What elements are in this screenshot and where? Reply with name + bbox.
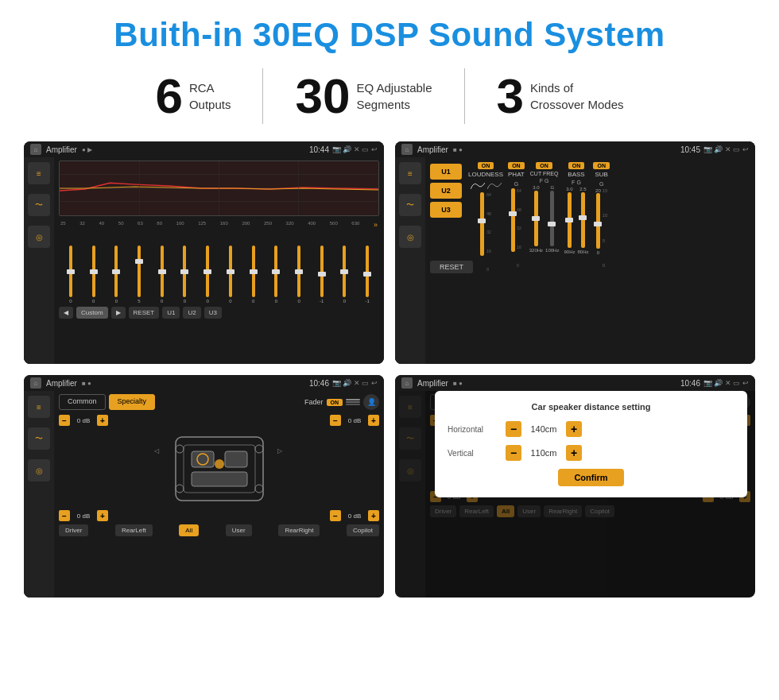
home-icon-cross[interactable]: ⌂ <box>401 144 413 155</box>
eq-sliders: 0 0 0 5 <box>59 232 379 304</box>
sub-g-label: G <box>599 181 603 187</box>
stat-rca: 6 RCAOutputs <box>123 72 262 121</box>
eq-svg <box>60 161 378 215</box>
fader-ctrl-1[interactable]: ≡ <box>28 396 50 418</box>
left-bot-minus[interactable]: − <box>59 510 70 521</box>
slider-8[interactable]: 0 <box>220 246 241 304</box>
eq-u1-btn[interactable]: U1 <box>162 307 180 319</box>
screen-crossover: ⌂ Amplifier ■ ● 10:45 📷 🔊 ✕ ▭ ↩ ≡ 〜 ◎ <box>395 141 755 364</box>
time-dialog: 10:46 <box>680 379 700 388</box>
vertical-plus-btn[interactable]: + <box>566 445 582 461</box>
app-label-eq: Amplifier <box>46 145 77 154</box>
slider-10[interactable]: 0 <box>265 246 286 304</box>
eq-u2-btn[interactable]: U2 <box>183 307 200 319</box>
right-bot-minus[interactable]: − <box>330 510 341 521</box>
time-fader: 10:46 <box>309 379 329 388</box>
fader-tabs: Common Specialty Fader ON 👤 <box>59 394 379 410</box>
stat-eq-number: 30 <box>295 72 350 121</box>
tab-common[interactable]: Common <box>59 394 106 410</box>
horizontal-plus-btn[interactable]: + <box>566 421 582 437</box>
eq-prev-btn[interactable]: ◀ <box>59 307 73 319</box>
copilot-btn[interactable]: Copilot <box>347 524 379 536</box>
eq-reset-btn[interactable]: RESET <box>129 307 160 319</box>
fader-on-badge[interactable]: ON <box>327 399 343 406</box>
slider-7[interactable]: 0 <box>197 246 218 304</box>
all-btn[interactable]: All <box>179 524 199 536</box>
left-top-plus[interactable]: + <box>97 415 108 426</box>
fader-person-icon[interactable]: 👤 <box>363 394 379 410</box>
rearright-btn[interactable]: RearRight <box>278 524 320 536</box>
right-top-plus[interactable]: + <box>368 415 379 426</box>
slider-4[interactable]: 5 <box>129 246 149 304</box>
horizontal-row: Horizontal − 140cm + <box>448 421 734 437</box>
slider-6[interactable]: 0 <box>175 246 196 304</box>
slider-14[interactable]: -1 <box>357 246 378 304</box>
left-top-minus[interactable]: − <box>59 415 70 426</box>
rearleft-btn[interactable]: RearLeft <box>115 524 153 536</box>
confirm-button[interactable]: Confirm <box>558 469 623 486</box>
eq-u3-btn[interactable]: U3 <box>204 307 222 319</box>
cutfreq-on[interactable]: ON <box>536 162 552 169</box>
vertical-value: 110cm <box>528 448 560 458</box>
slider-11[interactable]: 0 <box>289 246 309 304</box>
u2-preset[interactable]: U2 <box>430 183 462 199</box>
left-bot-plus[interactable]: + <box>97 510 108 521</box>
right-bot-plus[interactable]: + <box>368 510 379 521</box>
car-diagram-svg: ◁ ▷ <box>152 429 287 509</box>
home-icon-fader[interactable]: ⌂ <box>30 377 41 389</box>
eq-play-btn[interactable]: ▶ <box>111 307 126 319</box>
slider-2[interactable]: 0 <box>83 246 104 304</box>
fader-bottom-channels: − 0 dB + − 0 dB + <box>59 510 379 521</box>
home-icon[interactable]: ⌂ <box>30 144 41 155</box>
bass-on[interactable]: ON <box>568 162 585 169</box>
sub-label: SUB <box>595 171 608 178</box>
screenshots-grid: ⌂ Amplifier ● ▶ 10:44 📷 🔊 ✕ ▭ ↩ ≡ 〜 ◎ <box>24 141 755 598</box>
status-icons-fader: 📷 🔊 ✕ ▭ ↩ <box>332 379 378 387</box>
eq-freq-labels: 2532405063 80100125160200 25032040050063… <box>59 221 379 229</box>
left-top-val: 0 dB <box>72 417 95 424</box>
home-icon-dialog[interactable]: ⌂ <box>401 377 413 389</box>
right-top-minus[interactable]: − <box>330 415 341 426</box>
slider-3[interactable]: 0 <box>106 246 126 304</box>
fader-ctrl-3[interactable]: ◎ <box>28 459 50 481</box>
cross-ctrl-3[interactable]: ◎ <box>399 226 421 248</box>
right-bot-ctrl: − 0 dB + <box>330 510 379 521</box>
loudness-on[interactable]: ON <box>478 162 494 169</box>
slider-12[interactable]: -1 <box>312 246 332 304</box>
vertical-minus-btn[interactable]: − <box>506 445 521 461</box>
u1-preset[interactable]: U1 <box>430 164 462 180</box>
fader-content: ≡ 〜 ◎ Common Specialty Fader ON <box>24 391 384 598</box>
cross-reset-btn[interactable]: RESET <box>430 261 473 273</box>
phat-label: PHAT <box>508 171 525 178</box>
slider-1[interactable]: 0 <box>60 246 81 304</box>
slider-5[interactable]: 0 <box>152 246 172 304</box>
eq-ctrl-3[interactable]: ◎ <box>28 226 50 248</box>
driver-btn[interactable]: Driver <box>59 524 88 536</box>
page-title: Buith-in 30EQ DSP Sound System <box>24 16 755 54</box>
eq-ctrl-1[interactable]: ≡ <box>28 162 50 184</box>
cutfreq-ctrl: ON CUT FREQ FG 3.0 320Hz G <box>529 162 560 256</box>
u3-preset[interactable]: U3 <box>430 202 462 218</box>
status-bar-dialog: ⌂ Amplifier ■ ● 10:46 📷 🔊 ✕ ▭ ↩ <box>395 375 755 391</box>
slider-9[interactable]: 0 <box>243 246 264 304</box>
app-label-dialog: Amplifier <box>417 379 448 388</box>
svg-point-13 <box>176 445 184 453</box>
eq-ctrl-2[interactable]: 〜 <box>28 194 50 216</box>
horizontal-minus-btn[interactable]: − <box>506 421 521 437</box>
sub-sliders: 20 0 151050 <box>595 188 607 252</box>
dialog-ctrl-3: ◎ <box>399 459 421 481</box>
sub-on[interactable]: ON <box>593 162 610 169</box>
cross-ctrl-2[interactable]: 〜 <box>399 194 421 216</box>
page-wrapper: Buith-in 30EQ DSP Sound System 6 RCAOutp… <box>0 0 779 605</box>
fader-ctrl-2[interactable]: 〜 <box>28 427 50 450</box>
cross-channel-controls: ON LOUDNESS 644832160 <box>468 162 750 256</box>
fader-spacer-top <box>180 415 259 426</box>
car-diagram-area: ◁ ▷ <box>59 429 379 509</box>
user-btn[interactable]: User <box>226 524 252 536</box>
dialog-left-controls: ≡ 〜 ◎ <box>395 391 425 598</box>
tab-specialty[interactable]: Specialty <box>109 394 156 410</box>
phat-on[interactable]: ON <box>508 162 525 169</box>
cross-ctrl-1[interactable]: ≡ <box>399 162 421 184</box>
slider-13[interactable]: 0 <box>335 246 355 304</box>
eq-custom-btn[interactable]: Custom <box>76 307 108 319</box>
